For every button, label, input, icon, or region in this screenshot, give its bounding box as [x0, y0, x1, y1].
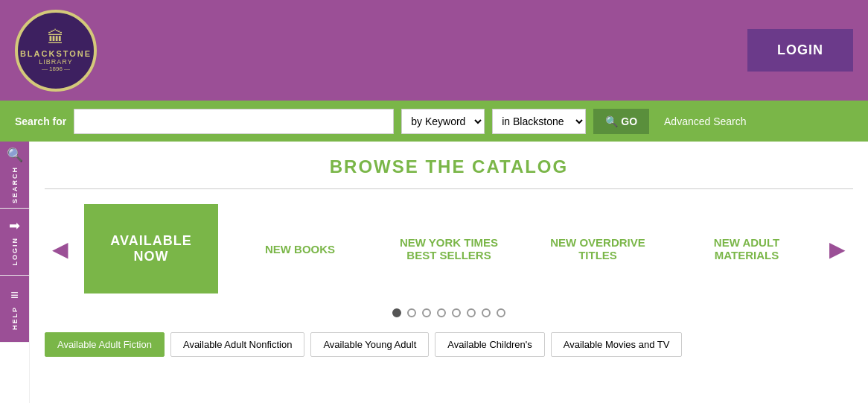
- go-label: GO: [621, 115, 637, 127]
- carousel-item-available-now[interactable]: AVAILABLE NOW: [84, 204, 218, 293]
- filter-tabs: Available Adult Fiction Available Adult …: [45, 332, 853, 372]
- catalog-area: BROWSE THE CATALOG ◀ AVAILABLE NOW NEW B…: [30, 142, 868, 403]
- dot-6[interactable]: [467, 308, 476, 317]
- dot-3[interactable]: [422, 308, 431, 317]
- library-name: BLACKSTONE: [20, 49, 92, 58]
- search-nav-label: SEARCH: [11, 166, 19, 203]
- library-year: — 1896 —: [42, 66, 70, 72]
- dot-8[interactable]: [497, 308, 505, 317]
- sidebar-item-help[interactable]: ≡ HELP: [0, 276, 29, 343]
- sidebar-item-search[interactable]: 🔍 SEARCH: [0, 142, 29, 209]
- carousel-item-new-books[interactable]: NEW BOOKS: [233, 204, 367, 293]
- search-icon: 🔍: [605, 115, 618, 127]
- search-input[interactable]: [74, 109, 394, 134]
- main-content: 🔍 SEARCH ➡ LOGIN ≡ HELP BROWSE THE CATAL…: [0, 142, 868, 403]
- sidebar-item-login[interactable]: ➡ LOGIN: [0, 209, 29, 276]
- logo: 🏛 BLACKSTONE LIBRARY — 1896 —: [15, 10, 97, 92]
- carousel-prev-button[interactable]: ◀: [45, 229, 76, 269]
- search-nav-icon: 🔍: [7, 147, 23, 163]
- carousel-dots: [45, 308, 853, 317]
- carousel-item-nyt[interactable]: NEW YORK TIMES BEST SELLERS: [382, 204, 516, 293]
- help-nav-icon: ≡: [10, 288, 19, 303]
- building-icon: 🏛: [48, 28, 64, 48]
- catalog-title: BROWSE THE CATALOG: [45, 156, 853, 189]
- location-select[interactable]: in Blackstone in All Libraries: [492, 109, 586, 134]
- filter-tab-adult-fiction[interactable]: Available Adult Fiction: [45, 332, 165, 357]
- advanced-search-link[interactable]: Advanced Search: [664, 115, 747, 127]
- library-sub: LIBRARY: [39, 58, 72, 66]
- carousel-item-overdrive[interactable]: NEW OVERDRIVE TITLES: [531, 204, 665, 293]
- carousel-wrapper: ◀ AVAILABLE NOW NEW BOOKS NEW YORK TIMES…: [45, 204, 853, 293]
- side-nav: 🔍 SEARCH ➡ LOGIN ≡ HELP: [0, 142, 30, 403]
- header: 🏛 BLACKSTONE LIBRARY — 1896 — LOGIN: [0, 0, 868, 101]
- filter-tab-childrens[interactable]: Available Children's: [435, 332, 545, 357]
- logo-container: 🏛 BLACKSTONE LIBRARY — 1896 —: [15, 10, 97, 92]
- dot-2[interactable]: [407, 308, 416, 317]
- dot-5[interactable]: [452, 308, 461, 317]
- filter-tab-adult-nonfiction[interactable]: Available Adult Nonfiction: [170, 332, 304, 357]
- login-button[interactable]: LOGIN: [747, 29, 853, 72]
- search-label: Search for: [15, 115, 66, 127]
- dot-4[interactable]: [437, 308, 446, 317]
- login-nav-icon: ➡: [9, 218, 20, 234]
- filter-tab-movies-tv[interactable]: Available Movies and TV: [551, 332, 683, 357]
- login-nav-label: LOGIN: [11, 237, 19, 266]
- keyword-select[interactable]: by Keyword by Title by Author by Subject: [401, 109, 485, 134]
- carousel-items: AVAILABLE NOW NEW BOOKS NEW YORK TIMES B…: [76, 204, 822, 293]
- dot-7[interactable]: [482, 308, 491, 317]
- carousel-item-adult-materials[interactable]: NEW ADULT MATERIALS: [680, 204, 814, 293]
- go-button[interactable]: 🔍 GO: [593, 109, 649, 134]
- filter-tab-young-adult[interactable]: Available Young Adult: [310, 332, 429, 357]
- search-bar: Search for by Keyword by Title by Author…: [0, 101, 868, 142]
- help-nav-label: HELP: [11, 306, 19, 330]
- dot-1[interactable]: [392, 308, 401, 317]
- carousel-next-button[interactable]: ▶: [822, 229, 853, 269]
